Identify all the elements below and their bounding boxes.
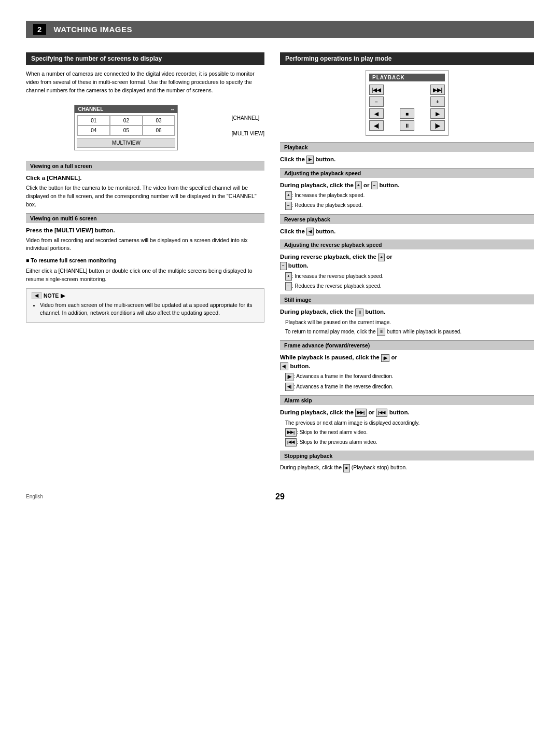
multi-screen-detail: Video from all recording and recorded ca…: [26, 236, 264, 253]
op-alarm-skip-header: Alarm skip: [280, 395, 534, 405]
op-reverse-playback-header: Reverse playback: [280, 214, 534, 224]
right-column: Performing operations in play mode PLAYB…: [280, 52, 534, 477]
chapter-number: 2: [33, 24, 46, 35]
ffwd-icon-inline: |▶: [381, 354, 389, 362]
pb-row-3: ◀ ■ ▶: [369, 108, 445, 119]
rplus-icon-inline: +: [378, 254, 385, 261]
plus-icon-inline: +: [355, 181, 362, 189]
minus-icon-inline: −: [371, 181, 378, 189]
op-playback: Playback Click the ▶ button.: [280, 142, 534, 164]
reverse-icon-inline: ◀: [306, 228, 314, 235]
resume-detail: Either click a [CHANNEL] button or doubl…: [26, 267, 264, 284]
op-still-image-header: Still image: [280, 295, 534, 304]
playback-panel-title: PLAYBACK: [369, 74, 445, 81]
adjust-speed-note-1: +: Increases the playback speed.: [285, 191, 534, 200]
prevalarm-note-icon: |◀◀: [285, 438, 297, 446]
multi-screen-subsection-header: Viewing on multi 6 screen: [26, 213, 264, 223]
adj-rev-note-1: +: Increases the reverse playback speed.: [285, 272, 534, 281]
op-reverse-playback: Reverse playback Click the ◀ button.: [280, 214, 534, 236]
note-list: Video from each screen of the multi-scre…: [32, 301, 259, 316]
multi-screen-instruction: Press the [MULTI VIEW] button.: [26, 226, 264, 234]
stop-icon-inline: ■: [343, 464, 350, 472]
channel-cell-06: 06: [143, 125, 175, 135]
op-adjust-speed-header: Adjusting the playback speed: [280, 168, 534, 178]
adjust-speed-note-2: −: Reduces the playback speed.: [285, 201, 534, 210]
op-alarm-skip: Alarm skip During playback, click the ▶▶…: [280, 395, 534, 446]
nextalarm-note-icon: ▶▶|: [285, 428, 297, 437]
pb-btn-plus: +: [430, 96, 445, 107]
channel-diagram-header: CHANNEL --: [75, 105, 177, 113]
full-screen-section: Viewing on a full screen Click a [CHANNE…: [26, 161, 264, 208]
pb-row-2: − +: [369, 96, 445, 107]
multi-screen-section: Viewing on multi 6 screen Press the [MUL…: [26, 213, 264, 253]
op-frame-advance-header: Frame advance (forward/reverse): [280, 340, 534, 350]
note-box: ◀ NOTE ▶ Video from each screen of the m…: [26, 288, 264, 322]
rplus-note-icon: +: [285, 272, 292, 281]
op-stop-playback-header: Stopping playback: [280, 451, 534, 460]
frev-note-icon: ◀|: [285, 383, 293, 391]
op-still-image: Still image During playback, click the ⏸…: [280, 295, 534, 336]
frev-icon-inline: ◀|: [280, 362, 288, 370]
note-header: ◀ NOTE ▶: [32, 292, 259, 299]
op-adjust-reverse-speed-instruction: During reverse playback, click the + or …: [280, 253, 534, 270]
nextalarm-icon-inline: ▶▶|: [355, 409, 367, 416]
op-frame-advance-instruction: While playback is paused, click the |▶ o…: [280, 353, 534, 370]
op-playback-header: Playback: [280, 142, 534, 152]
pb-btn-frame-fwd: |▶: [430, 120, 445, 131]
multiview-label: [MULTI VIEW]: [232, 131, 264, 136]
play-icon-inline: ▶: [306, 156, 314, 163]
full-screen-instruction: Click a [CHANNEL].: [26, 174, 264, 182]
alarm-note-2: |◀◀: Skips to the previous alarm video.: [285, 438, 534, 446]
frame-note-1: |▶: Advances a frame in the forward dire…: [285, 372, 534, 381]
playback-panel: PLAYBACK |◀◀ ▶▶| − + ◀ ■ ▶ ◀| ⏸ |▶: [366, 70, 449, 136]
rminus-icon-inline: −: [280, 262, 287, 270]
full-screen-detail: Click the button for the camera to be mo…: [26, 184, 264, 208]
pb-btn-pause: ⏸: [400, 120, 414, 131]
op-adjust-reverse-speed-header: Adjusting the reverse playback speed: [280, 240, 534, 249]
alarm-note-1: ▶▶|: Skips to the next alarm video.: [285, 428, 534, 437]
plus-note-icon: +: [285, 191, 292, 200]
pb-btn-frame-rev: ◀|: [369, 120, 384, 131]
ffwd-note-icon: |▶: [285, 373, 293, 381]
op-adjust-speed: Adjusting the playback speed During play…: [280, 168, 534, 210]
channel-grid: 01 02 03 04 05 06: [77, 115, 175, 136]
alarm-note-0: The previous or next alarm image is disp…: [285, 419, 534, 427]
op-frame-advance: Frame advance (forward/reverse) While pl…: [280, 340, 534, 391]
pb-row-4: ◀| ⏸ |▶: [369, 120, 445, 131]
op-still-image-instruction: During playback, click the ⏸ button.: [280, 308, 534, 316]
op-stop-playback-instruction: During playback, click the ■ (Playback s…: [280, 464, 534, 472]
prevalarm-icon-inline: |◀◀: [376, 409, 387, 416]
note-icon: ◀: [32, 292, 41, 299]
pb-row-1: |◀◀ ▶▶|: [369, 85, 445, 95]
pause-icon-inline: ⏸: [355, 309, 363, 316]
resume-section: ■ To resume full screen monitoring Eithe…: [26, 257, 264, 283]
page-footer: English 29: [26, 492, 534, 501]
channel-cell-03: 03: [143, 116, 175, 125]
pb-btn-reverse: ◀: [369, 108, 384, 119]
page-language: English: [26, 494, 43, 499]
pb-btn-minus: −: [369, 96, 384, 107]
channel-cell-01: 01: [77, 116, 110, 125]
op-alarm-skip-instruction: During playback, click the ▶▶| or |◀◀ bu…: [280, 408, 534, 417]
minus-note-icon: −: [285, 202, 292, 210]
channel-cell-05: 05: [110, 125, 143, 135]
adj-rev-note-2: −: Reduces the reverse playback speed.: [285, 282, 534, 290]
op-playback-instruction: Click the ▶ button.: [280, 155, 534, 164]
right-section-header: Performing operations in play mode: [280, 52, 534, 65]
pb-btn-next-alarm: ▶▶|: [430, 85, 445, 95]
channel-diagram-wrapper: CHANNEL -- 01 02 03 04 05 06 MULTIVIEW […: [26, 100, 264, 156]
multiview-row: MULTIVIEW: [77, 138, 175, 148]
channel-label: [CHANNEL]: [232, 115, 264, 121]
resume-header: ■ To resume full screen monitoring: [26, 257, 264, 265]
rminus-note-icon: −: [285, 282, 292, 290]
still-note-1: Playback will be paused on the current i…: [285, 318, 534, 326]
full-screen-subsection-header: Viewing on a full screen: [26, 161, 264, 171]
op-adjust-speed-instruction: During playback, click the + or − button…: [280, 181, 534, 190]
op-adjust-reverse-speed: Adjusting the reverse playback speed Dur…: [280, 240, 534, 290]
left-column: Specifying the number of screens to disp…: [26, 52, 264, 477]
chapter-header: 2 WATCHING IMAGES: [26, 21, 534, 38]
pause2-icon-inline: ⏸: [377, 328, 385, 336]
channel-cell-02: 02: [110, 116, 143, 125]
pb-btn-stop: ■: [400, 108, 414, 119]
op-reverse-playback-instruction: Click the ◀ button.: [280, 227, 534, 236]
